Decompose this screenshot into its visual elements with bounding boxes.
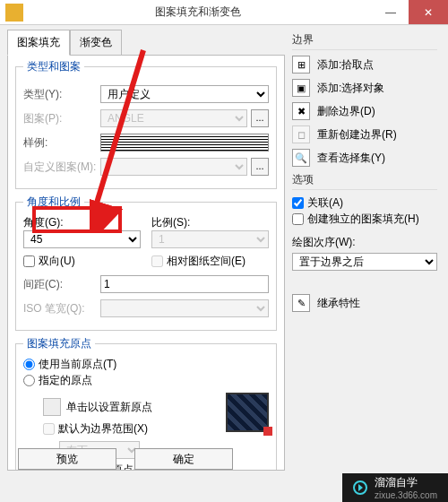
brand-url: zixue.3d66.com (375, 490, 437, 500)
origin-current-label: 使用当前原点(T) (39, 357, 116, 372)
set-origin-label: 单击以设置新原点 (66, 400, 152, 415)
pattern-select: ANGLE (100, 109, 247, 127)
inherit-label[interactable]: 继承特性 (317, 296, 360, 311)
scale-select: 1 (151, 230, 269, 248)
select-object-icon[interactable]: ▣ (292, 79, 310, 97)
delete-boundary-icon[interactable]: ✖ (292, 102, 310, 120)
pattern-label: 图案(P): (23, 111, 100, 126)
brand-watermark: 溜溜自学 zixue.3d66.com (342, 473, 448, 502)
play-icon (353, 480, 367, 495)
options-heading: 选项 (292, 172, 437, 190)
origin-legend: 图案填充原点 (23, 336, 95, 351)
associative-checkbox[interactable] (292, 197, 304, 209)
set-origin-icon (43, 398, 61, 416)
draw-order-select[interactable]: 置于边界之后 (292, 253, 437, 271)
type-label: 类型(Y): (23, 87, 100, 102)
origin-specified-label: 指定的原点 (39, 373, 92, 388)
view-selection-label[interactable]: 查看选择集(Y) (317, 151, 385, 166)
scale-label: 比例(S): (151, 216, 190, 229)
pick-point-icon[interactable]: ⊞ (292, 56, 310, 74)
spacing-label: 间距(C): (23, 277, 100, 292)
close-button[interactable]: ✕ (409, 0, 448, 24)
custom-pattern-label: 自定义图案(M): (23, 160, 100, 175)
default-bound-checkbox (43, 423, 55, 435)
pattern-browse-button[interactable]: ... (251, 109, 269, 127)
default-bound-label: 默认为边界范围(X) (58, 421, 148, 437)
tab-pattern-fill[interactable]: 图案填充 (7, 30, 70, 56)
add-pick-label[interactable]: 添加:拾取点 (317, 57, 374, 73)
paperspace-label: 相对图纸空间(E) (167, 254, 246, 269)
delete-boundary-label[interactable]: 删除边界(D) (317, 104, 375, 119)
view-selection-icon[interactable]: 🔍 (292, 149, 310, 167)
window-title: 图案填充和渐变色 (23, 4, 373, 20)
iso-pen-select (100, 299, 269, 317)
custom-pattern-select (100, 158, 247, 176)
draw-order-label: 绘图次序(W): (292, 235, 437, 250)
type-pattern-group: 类型和图案 类型(Y): 用户定义 图案(P): ANGLE ... 样例: 自… (15, 59, 277, 189)
tab-gradient[interactable]: 渐变色 (70, 30, 122, 56)
bidirectional-checkbox[interactable] (23, 255, 35, 267)
app-icon (5, 4, 23, 22)
origin-current-radio[interactable] (23, 359, 35, 370)
highlight-box (32, 206, 122, 233)
inherit-icon[interactable]: ✎ (292, 294, 310, 312)
independent-label: 创建独立的图案填充(H) (307, 212, 419, 227)
preview-button[interactable]: 预览 (18, 448, 116, 470)
origin-specified-radio[interactable] (23, 375, 35, 386)
type-pattern-legend: 类型和图案 (23, 59, 84, 74)
recreate-boundary-label: 重新创建边界(R) (317, 127, 397, 143)
spacing-input[interactable] (100, 275, 269, 293)
sample-label: 样例: (23, 135, 100, 151)
boundary-heading: 边界 (292, 32, 437, 50)
iso-pen-label: ISO 笔宽(Q): (23, 301, 100, 316)
associative-label: 关联(A) (307, 195, 343, 211)
minimize-button[interactable]: — (373, 0, 409, 24)
custom-browse-button[interactable]: ... (251, 158, 269, 176)
recreate-boundary-icon: ◻ (292, 126, 310, 143)
sample-preview[interactable] (100, 134, 269, 151)
brand-name: 溜溜自学 (375, 475, 437, 490)
angle-select[interactable]: 45 (23, 230, 141, 248)
paperspace-checkbox (151, 255, 163, 267)
ok-button[interactable]: 确定 (134, 448, 233, 470)
bidirectional-label: 双向(U) (39, 254, 75, 269)
origin-hatch-preview (226, 393, 269, 432)
type-select[interactable]: 用户定义 (100, 85, 269, 103)
add-select-label[interactable]: 添加:选择对象 (317, 81, 384, 96)
independent-checkbox[interactable] (292, 213, 304, 225)
